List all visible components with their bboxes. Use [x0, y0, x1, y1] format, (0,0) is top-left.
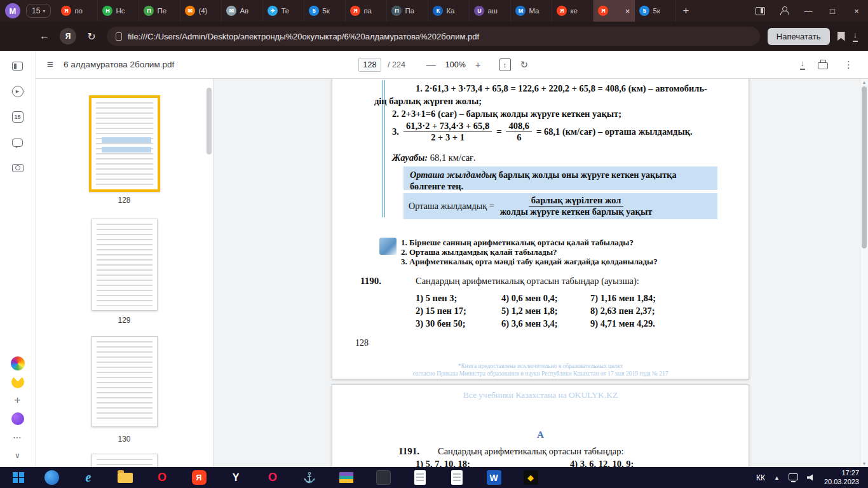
- tab-close-icon[interactable]: ×: [625, 6, 630, 16]
- sidebar-video-icon[interactable]: ▶: [11, 85, 25, 98]
- tab-title: па: [363, 7, 382, 15]
- profile-avatar[interactable]: M: [5, 3, 20, 18]
- tray-expand-icon[interactable]: ▲: [774, 475, 780, 481]
- close-button[interactable]: ×: [845, 0, 868, 22]
- refresh-button[interactable]: ↻: [84, 30, 99, 43]
- zoom-in-button[interactable]: +: [472, 59, 484, 70]
- thumbnail-label: 128: [36, 196, 213, 205]
- sidebar-tabs-badge[interactable]: 15: [11, 111, 25, 123]
- tab-favicon: Я: [61, 6, 71, 16]
- fit-page-icon[interactable]: ↕: [499, 58, 511, 71]
- scrollbar-thumb[interactable]: [862, 86, 867, 248]
- sidebar-alice-icon[interactable]: [11, 412, 25, 425]
- taskbar-opera-icon[interactable]: O: [144, 467, 180, 488]
- tab-13[interactable]: Яке: [552, 0, 593, 22]
- exercise-item: 7) 1,16 мен 1,84;: [590, 292, 656, 304]
- tab-favicon: Я: [598, 6, 608, 16]
- taskbar-winrar-icon[interactable]: [328, 467, 365, 488]
- solution-line-3: 3. 61,3·2 + 73,4·3 + 65,82 + 3 + 1 = 408…: [392, 121, 693, 144]
- taskbar-document-icon[interactable]: [402, 467, 438, 488]
- sidebar-messenger-icon[interactable]: [11, 136, 25, 149]
- panel-toggle-icon[interactable]: [749, 0, 771, 22]
- tray-display-icon[interactable]: [789, 473, 798, 480]
- person-icon: [780, 6, 789, 15]
- sidebar-services-icon[interactable]: [11, 357, 25, 370]
- tray-volume-icon[interactable]: [807, 474, 815, 482]
- tab-title: 5к: [653, 7, 671, 15]
- sidebar-favorites-icon[interactable]: [11, 376, 25, 388]
- bookmark-flag-icon[interactable]: [837, 32, 845, 41]
- tab-favicon: ✈: [268, 6, 278, 16]
- tab-favicon: Я: [557, 6, 567, 16]
- tab-counter[interactable]: 15 ▾: [26, 4, 51, 18]
- exercise-item: 9) 4,71 мен 4,29.: [590, 318, 655, 330]
- tab-8[interactable]: Япа: [346, 0, 387, 22]
- tab-4[interactable]: ✉(4): [180, 0, 222, 22]
- thumbnail-page-131[interactable]: [92, 454, 158, 467]
- tab-favicon: Н: [102, 6, 112, 16]
- downloads-icon[interactable]: ↓: [853, 30, 858, 41]
- tab-14-active[interactable]: Я×: [593, 0, 635, 22]
- new-tab-button[interactable]: +: [676, 4, 695, 17]
- scroll-down-icon[interactable]: ▾: [860, 461, 868, 466]
- taskbar-file-explorer-icon[interactable]: [107, 467, 144, 488]
- print-page-button[interactable]: Напечатать: [768, 28, 830, 45]
- thumbnail-label: 130: [36, 435, 213, 444]
- address-bar[interactable]: file:///C:/Users/Admin/Desktop/электронд…: [107, 27, 760, 46]
- exercise-item: 4) 3, 6, 12, 10, 9;: [570, 458, 634, 467]
- sidebar-more-icon[interactable]: ⋯: [11, 431, 25, 444]
- taskbar-gem-game-icon[interactable]: ◆: [512, 467, 549, 488]
- chevron-down-icon: ▾: [43, 8, 45, 14]
- sidebar-panels-icon[interactable]: [11, 60, 25, 72]
- tab-10[interactable]: ККа: [428, 0, 470, 22]
- back-button[interactable]: ←: [37, 30, 52, 42]
- clock-date: 20.03.2023: [824, 478, 859, 487]
- taskbar-internet-explorer-icon[interactable]: e: [70, 467, 107, 488]
- thumb-highlight: [102, 137, 151, 143]
- tab-6[interactable]: ✈Те: [263, 0, 304, 22]
- thumbnail-page-128[interactable]: [89, 95, 160, 192]
- pdf-more-icon[interactable]: ⋮: [841, 59, 857, 71]
- start-button[interactable]: [4, 467, 33, 488]
- scroll-up-icon[interactable]: ▴: [860, 79, 868, 85]
- tab-15[interactable]: 55к: [635, 0, 676, 22]
- pdf-menu-icon[interactable]: ≡: [47, 58, 53, 71]
- taskbar-yandex-icon[interactable]: Я: [180, 467, 217, 488]
- taskbar-game-icon[interactable]: [365, 467, 402, 488]
- taskbar-yandex-browser-icon[interactable]: Y: [217, 467, 254, 488]
- thumbnail-scrollbar[interactable]: [207, 88, 212, 154]
- tab-12[interactable]: ММа: [511, 0, 552, 22]
- zoom-out-button[interactable]: —: [423, 59, 439, 70]
- thumbnail-page-129[interactable]: [92, 219, 158, 311]
- taskbar-anchor-app-icon[interactable]: ⚓: [291, 467, 328, 488]
- tab-1[interactable]: Япо: [57, 0, 98, 22]
- sidebar-camera-icon[interactable]: [11, 161, 25, 174]
- pdf-scrollbar[interactable]: ▴ ▾: [860, 79, 868, 467]
- tab-9[interactable]: ППа: [387, 0, 428, 22]
- tab-3[interactable]: ППе: [139, 0, 180, 22]
- sidebar-add-icon[interactable]: +: [11, 394, 25, 407]
- pdf-print-icon[interactable]: [818, 62, 828, 69]
- taskbar-clock[interactable]: 17:27 20.03.2023: [824, 469, 859, 487]
- tab-7[interactable]: 55к: [304, 0, 346, 22]
- maximize-button[interactable]: □: [821, 0, 844, 22]
- page-number-input[interactable]: [358, 58, 381, 72]
- tab-11[interactable]: Uаш: [470, 0, 511, 22]
- taskbar-browser-icon[interactable]: [33, 467, 70, 488]
- yandex-home-button[interactable]: Я: [60, 28, 76, 44]
- language-indicator[interactable]: КК: [756, 473, 765, 482]
- thumbnail-page-130[interactable]: [92, 336, 158, 427]
- taskbar-word-icon[interactable]: W: [475, 467, 512, 488]
- rotate-icon[interactable]: ↻: [517, 59, 532, 71]
- tab-favicon: М: [515, 6, 526, 16]
- sidebar-collapse-icon[interactable]: ∨: [11, 449, 25, 462]
- taskbar-document2-icon[interactable]: [438, 467, 475, 488]
- pdf-download-icon[interactable]: ↓: [800, 59, 806, 70]
- taskbar-opera-gx-icon[interactable]: O: [254, 467, 291, 488]
- tab-2[interactable]: ННс: [98, 0, 139, 22]
- minimize-button[interactable]: —: [797, 0, 820, 22]
- tab-5[interactable]: ✉Ав: [222, 0, 263, 22]
- browser-profile-icon[interactable]: [773, 0, 796, 22]
- thumbnail-label: 129: [36, 316, 213, 325]
- tab-favicon: К: [433, 6, 443, 16]
